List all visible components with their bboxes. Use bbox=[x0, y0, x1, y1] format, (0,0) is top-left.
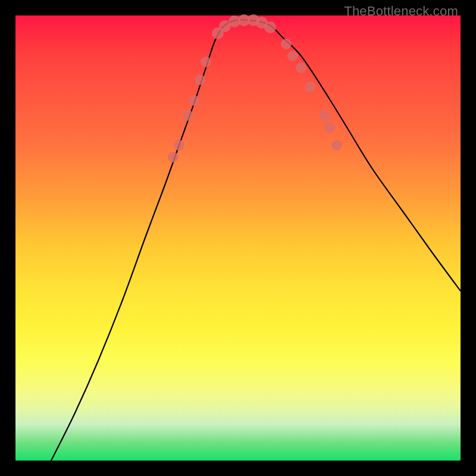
chart-svg bbox=[15, 15, 461, 461]
curve-marker bbox=[189, 95, 199, 106]
curve-marker bbox=[305, 82, 315, 92]
curve-marker bbox=[195, 74, 205, 85]
curve-marker bbox=[168, 152, 178, 162]
curve-marker bbox=[324, 122, 335, 133]
marker-group bbox=[168, 14, 342, 162]
curve-marker bbox=[281, 39, 292, 49]
curve-marker bbox=[183, 110, 193, 121]
curve-marker bbox=[287, 51, 298, 61]
curve-marker bbox=[320, 110, 330, 121]
curve-marker bbox=[296, 62, 306, 73]
plot-area bbox=[15, 15, 461, 461]
curve-marker bbox=[331, 140, 342, 151]
curve-marker bbox=[264, 21, 276, 33]
curve-marker bbox=[174, 140, 184, 151]
bottleneck-curve bbox=[51, 20, 461, 461]
chart-frame: TheBottleneck.com bbox=[0, 0, 476, 476]
curve-marker bbox=[201, 57, 211, 67]
